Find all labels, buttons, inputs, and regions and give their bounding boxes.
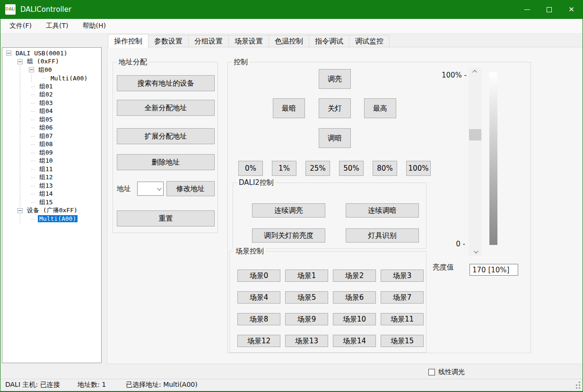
tree-item-19[interactable]: 设备 (广播0xFF) [2,207,101,215]
reset-button[interactable]: 重置 [117,210,215,226]
tree-indent-guide [6,124,17,132]
scroll-down-button[interactable] [469,248,482,256]
tree-item-label: 组03 [38,99,54,107]
tree-item-8[interactable]: 组05 [2,115,101,124]
tab-operation-control[interactable]: 操作控制 [108,34,148,48]
chevron-up-icon [472,70,477,75]
percent-button-1[interactable]: 1% [272,161,296,176]
scene-button-5[interactable]: 场景5 [285,291,328,304]
tree-item-2[interactable]: 组00 [2,66,101,74]
scene-button-3[interactable]: 场景3 [381,270,424,282]
tree-item-18[interactable]: 组15 [2,198,101,207]
search-addressed-devices-button[interactable]: 搜索有地址的设备 [117,75,215,91]
brighten-button[interactable]: 调亮 [319,69,351,89]
extend-assign-addresses-button[interactable]: 扩展分配地址 [117,128,215,144]
tree-indent-guide [6,115,17,124]
scene-button-8[interactable]: 场景8 [237,313,280,325]
maximize-icon [547,7,552,12]
lamp-identify-button[interactable]: 灯具识别 [346,228,419,243]
delete-address-button[interactable]: 删除地址 [117,154,215,170]
dim-button[interactable]: 调暗 [319,128,351,148]
address-combobox[interactable] [137,182,164,196]
minimize-button[interactable] [516,0,538,19]
tree-item-9[interactable]: 组06 [2,124,101,132]
percent-button-80[interactable]: 80% [373,161,397,176]
scene-button-4[interactable]: 场景4 [237,291,280,304]
modify-address-button[interactable]: 修改地址 [166,181,215,196]
tree-item-13[interactable]: 组10 [2,157,101,166]
tree-leaf-connector [29,82,38,91]
tree-item-15[interactable]: 组12 [2,174,101,182]
resize-grip[interactable] [579,387,580,389]
scene-control-group: 场景控制 场景0场景1场景2场景3场景4场景5场景6场景7场景8场景9场景10场… [229,251,426,353]
scene-button-9[interactable]: 场景9 [285,313,328,325]
tab-command-debug[interactable]: 指令调试 [309,35,349,47]
tree-item-12[interactable]: 组09 [2,148,101,157]
scene-button-15[interactable]: 场景15 [381,335,424,347]
scene-button-12[interactable]: 场景12 [237,335,280,347]
tree-leaf-connector [29,140,38,149]
dimmest-button[interactable]: 最暗 [273,98,305,118]
tab-group-settings[interactable]: 分组设置 [189,35,229,47]
tree-item-10[interactable]: 组07 [2,132,101,140]
tree-indent-guide [6,140,17,149]
collapse-icon[interactable] [17,59,23,64]
scrollbar-thumb[interactable] [469,129,481,140]
percent-button-100[interactable]: 100% [406,161,431,176]
percent-button-25[interactable]: 25% [305,161,330,176]
tree-item-label: 组13 [38,182,54,190]
tree-item-5[interactable]: 组02 [2,91,101,99]
scene-button-2[interactable]: 场景2 [333,270,376,282]
tree-item-11[interactable]: 组08 [2,140,101,149]
scene-button-1[interactable]: 场景1 [285,270,328,282]
tab-color-temp-control[interactable]: 色温控制 [269,35,309,47]
tree-item-16[interactable]: 组13 [2,182,101,190]
scene-button-11[interactable]: 场景11 [381,313,424,325]
collapse-icon[interactable] [6,51,11,56]
tree-item-1[interactable]: 组 (0xFF) [2,58,101,66]
assign-new-addresses-button[interactable]: 全新分配地址 [117,100,215,116]
brightness-value-field[interactable]: 170 [10%] [470,264,518,276]
lamp-off-button[interactable]: 关灯 [319,98,351,118]
tree-item-4[interactable]: 组01 [2,82,101,91]
tab-parameter-settings[interactable]: 参数设置 [148,35,189,47]
brightness-scrollbar[interactable] [469,68,482,256]
maximize-button[interactable] [538,0,560,19]
app-window: DALI DALIController ✕ 文件(F) 工具(T) 帮助(H) … [0,0,583,392]
tree-item-17[interactable]: 组14 [2,190,101,199]
window-title: DALIController [20,5,71,14]
scene-button-0[interactable]: 场景0 [237,270,280,282]
tree-leaf-connector [29,174,38,182]
scene-button-14[interactable]: 场景14 [333,335,376,347]
tree-item-14[interactable]: 组11 [2,165,101,174]
scene-button-10[interactable]: 场景10 [333,313,376,325]
collapse-icon[interactable] [29,67,34,72]
percent-button-50[interactable]: 50% [339,161,364,176]
scroll-up-button[interactable] [469,68,482,76]
menu-file[interactable]: 文件(F) [2,19,39,33]
tree-item-0[interactable]: DALI USB(0001) [2,49,101,58]
tab-scene-settings[interactable]: 场景设置 [229,35,269,47]
tree-indent-guide [17,182,29,190]
collapse-icon[interactable] [17,208,23,213]
scene-button-13[interactable]: 场景13 [285,335,328,347]
menu-tools[interactable]: 工具(T) [39,19,75,33]
scene-button-7[interactable]: 场景7 [381,291,424,304]
linear-dimming-checkbox[interactable] [428,369,435,375]
tree-item-6[interactable]: 组03 [2,99,101,107]
close-button[interactable]: ✕ [560,0,583,19]
recall-pre-off-level-button[interactable]: 调到关灯前亮度 [252,228,325,243]
tree-item-20[interactable]: Multi(A00) [2,215,101,223]
tab-debug-monitor[interactable]: 调试监控 [349,35,390,47]
percent-button-0[interactable]: 0% [238,161,263,176]
menu-help[interactable]: 帮助(H) [75,19,113,33]
continuous-dim-button[interactable]: 连续调暗 [346,203,419,218]
scene-button-6[interactable]: 场景6 [333,291,376,304]
tree-item-label: 组09 [38,148,54,157]
tree-leaf-connector [29,124,38,132]
tree-indent-guide [17,132,29,140]
tree-item-3[interactable]: Multi(A00) [2,74,101,83]
tree-item-7[interactable]: 组04 [2,107,101,116]
continuous-brighten-button[interactable]: 连续调亮 [252,203,325,218]
brightest-button[interactable]: 最高 [364,98,396,118]
